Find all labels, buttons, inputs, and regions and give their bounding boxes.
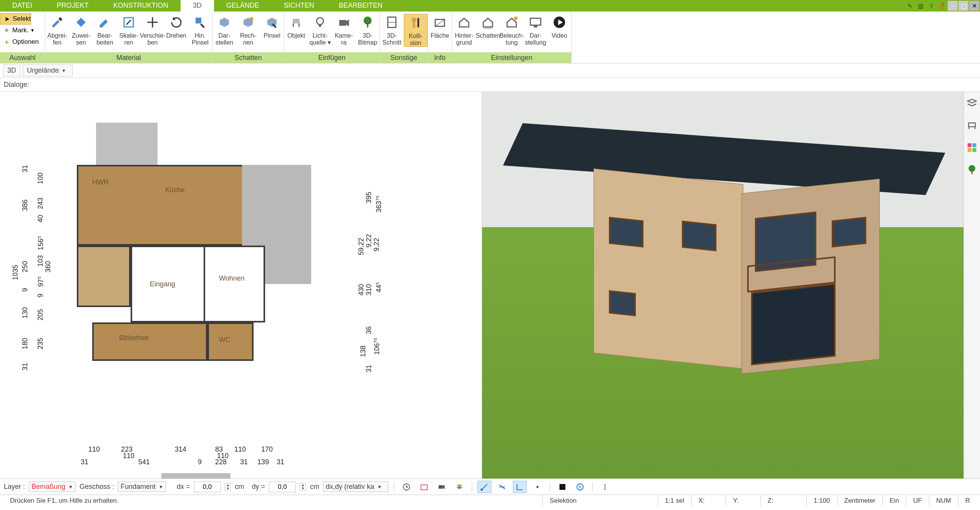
svg-rect-12: [418, 18, 420, 27]
svg-point-15: [514, 17, 517, 20]
eyedropper-icon: [50, 15, 65, 30]
tab-bearbeiten[interactable]: BEARBEITEN: [327, 0, 395, 12]
darstellung-button[interactable]: Dar-stellung: [524, 14, 547, 46]
layer-select[interactable]: Bemaßung ▼: [29, 482, 76, 492]
svg-rect-5: [319, 25, 321, 27]
dy-input[interactable]: [269, 482, 296, 492]
dy-spinner[interactable]: ▲▼: [300, 483, 306, 491]
geschoss-select[interactable]: Fundament ▼: [118, 482, 166, 492]
dim-label: 100: [36, 173, 45, 184]
dim-label: 243: [36, 198, 45, 209]
dim-label: 110: [88, 445, 100, 454]
help-icon[interactable]: ❓: [937, 1, 947, 11]
snap-endpoint-icon[interactable]: [478, 481, 491, 493]
edit-icon: [97, 15, 113, 30]
dim-label: 130: [21, 307, 29, 319]
more-icon[interactable]: [598, 481, 612, 493]
status-bar: Drücken Sie F1, um Hilfe zu erhalten. Se…: [0, 495, 980, 506]
close-icon[interactable]: ✕: [969, 1, 979, 11]
maximize-icon[interactable]: ▢: [958, 1, 968, 11]
dim-label: 250: [21, 261, 29, 272]
paint-bucket-icon: [73, 15, 89, 30]
chevron-down-icon: ▼: [59, 68, 68, 73]
status-uf: UF: [906, 495, 929, 506]
material-zuweisen-button[interactable]: Zuwei-sen: [69, 14, 93, 46]
format-paint-icon[interactable]: ✎: [905, 1, 915, 11]
move-icon: [145, 15, 160, 30]
north-icon[interactable]: N: [573, 481, 587, 493]
group-label-schatten: Schatten: [212, 52, 284, 63]
share-icon[interactable]: ⇪: [926, 1, 936, 11]
snap-grid-icon[interactable]: [531, 481, 544, 493]
dim-label: 360: [44, 261, 52, 272]
insert-3dbitmap-button[interactable]: 3D-Bitmap: [356, 14, 380, 46]
select-mode-button[interactable]: ➤ Selekt: [0, 13, 31, 25]
tab-3d[interactable]: 3D: [181, 0, 214, 12]
shadow-darstellen-button[interactable]: Dar-stellen: [212, 14, 236, 46]
dim-label: 36: [365, 326, 373, 334]
tab-sichten[interactable]: SICHTEN: [272, 0, 327, 12]
mark-mode-button[interactable]: ✧ Mark. ▼: [0, 25, 35, 36]
dim-label: 31: [240, 458, 248, 466]
dx-input[interactable]: [194, 482, 221, 492]
tree-icon: [360, 15, 375, 30]
hintergrund-button[interactable]: Hinter-grund: [452, 14, 476, 46]
layer-select-value: Bemaßung: [32, 483, 65, 491]
material-hinpinsel-button[interactable]: Hin.Pinsel: [188, 14, 212, 46]
furniture-icon[interactable]: [966, 120, 978, 131]
video-button[interactable]: Video: [547, 14, 571, 39]
dim-label: 1035: [12, 265, 20, 280]
ribbon: ➤ Selekt ✧ Mark. ▼ ＋ Optionen Auswahl Ab…: [0, 12, 980, 63]
3d-view[interactable]: [482, 92, 964, 478]
mark-label: Mark.: [12, 27, 29, 34]
tab-datei[interactable]: DATEI: [0, 0, 45, 12]
beleuchtung-button[interactable]: Beleuch-tung: [500, 14, 524, 46]
ribbon-group-schatten: Dar-stellen Rech-nen Pinsel Schatten: [212, 12, 284, 63]
material-verschieben-button[interactable]: Verschie-ben: [141, 14, 164, 46]
snap-perp-icon[interactable]: [513, 481, 527, 493]
kollision-button[interactable]: Kolli-sion: [404, 14, 428, 47]
context-bar: 3D Urgelände ▼: [0, 63, 980, 78]
shadow-pinsel-button[interactable]: Pinsel: [260, 14, 284, 39]
status-selscale: 1:1 sel: [658, 495, 691, 506]
svg-point-33: [604, 484, 606, 485]
insert-objekt-button[interactable]: Objekt: [284, 14, 308, 39]
tab-projekt[interactable]: PROJEKT: [45, 0, 101, 12]
minimize-icon[interactable]: ‒: [948, 1, 958, 11]
dx-spinner[interactable]: ▲▼: [225, 483, 231, 491]
plan-view[interactable]: HWR Küche Eingang Wohnen Bibliothek WC 1…: [0, 92, 482, 478]
clock-icon[interactable]: [400, 481, 413, 493]
layers-icon[interactable]: [966, 97, 978, 109]
video-rec-icon[interactable]: [435, 481, 449, 493]
status-ein: Ein: [882, 495, 906, 506]
materials-icon[interactable]: [966, 142, 978, 153]
cube-icon: [217, 15, 232, 30]
insert-kamera-button[interactable]: Kame-ra: [332, 14, 356, 46]
hscroll-thumb[interactable]: [161, 473, 230, 478]
flaeche-button[interactable]: Fläche: [428, 14, 452, 39]
schatten-settings-button[interactable]: Schatten: [476, 14, 500, 39]
insert-lichtquelle-button[interactable]: Licht-quelle ▾: [308, 14, 332, 46]
tab-gelaende[interactable]: GELÄNDE: [214, 0, 272, 12]
layers-toggle-icon[interactable]: [453, 481, 466, 493]
chevron-down-icon: ▼: [159, 484, 163, 490]
layer-combo[interactable]: Urgelände ▼: [23, 65, 73, 76]
svg-rect-21: [972, 143, 976, 147]
material-bearbeiten-button[interactable]: Bear-beiten: [93, 14, 117, 46]
grid-toggle-icon[interactable]: [555, 481, 569, 493]
options-button[interactable]: ＋ Optionen: [0, 36, 39, 48]
coord-mode-select[interactable]: dx,dy (relativ ka ▼: [323, 482, 388, 492]
material-abgreifen-button[interactable]: Abgrei-fen: [45, 14, 69, 46]
plants-icon[interactable]: [966, 164, 978, 176]
screenshot-icon[interactable]: [417, 481, 431, 493]
shadow-rechnen-button[interactable]: Rech-nen: [236, 14, 260, 46]
tab-konstruktion[interactable]: KONSTRUKTION: [101, 0, 181, 12]
svg-rect-25: [972, 171, 973, 174]
snap-mid-icon[interactable]: [495, 481, 509, 493]
material-skalieren-button[interactable]: Skalie-ren: [117, 14, 141, 46]
3d-schnitt-button[interactable]: 3D-Schnitt: [380, 14, 404, 46]
material-drehen-button[interactable]: Drehen: [164, 14, 188, 39]
clipboard-icon[interactable]: ▥: [915, 1, 925, 11]
house-model: [567, 138, 882, 376]
room-label: Eingang: [150, 280, 175, 288]
